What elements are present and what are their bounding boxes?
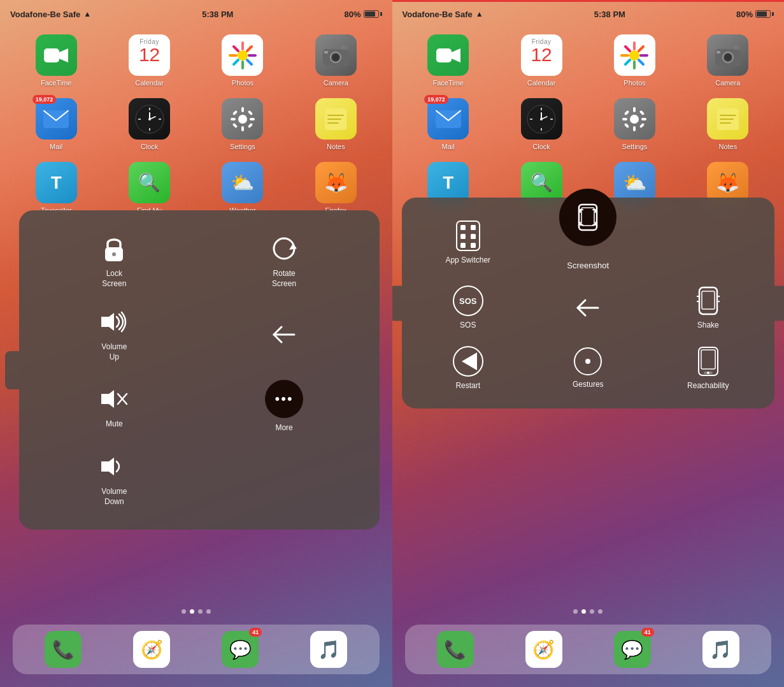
screenshot-label: Screenshot	[567, 261, 609, 270]
assistivetouch-menu-left: LockScreen RotateScreen	[19, 210, 380, 530]
at-sos[interactable]: SOS SOS	[408, 278, 529, 338]
svg-line-57	[639, 60, 643, 64]
at-back[interactable]	[199, 298, 369, 371]
svg-rect-93	[460, 243, 466, 248]
mail-badge: 19,072	[32, 95, 57, 104]
svg-rect-94	[471, 243, 476, 248]
r-app-notes: Notes	[685, 98, 771, 150]
at-screenshot[interactable]: Screenshot	[528, 208, 648, 278]
app-weather[interactable]: ⛅ Weather	[199, 162, 286, 214]
right-carrier: Vodafone-Be Safe ▲	[403, 10, 483, 19]
app-settings[interactable]: Settings	[199, 98, 286, 150]
shake-label: Shake	[697, 321, 719, 331]
calendar-label: Calendar	[135, 79, 164, 87]
r-app-camera: Camera	[685, 34, 771, 87]
app-firefox[interactable]: 🦊 Firefox	[292, 162, 379, 214]
svg-rect-49	[436, 48, 452, 62]
left-carrier: Vodafone-Be Safe ▲	[10, 10, 91, 19]
svg-marker-45	[101, 390, 114, 408]
dock-music[interactable]: 🎵	[310, 631, 347, 668]
at-shake[interactable]: Shake	[648, 278, 769, 338]
at-app-switcher[interactable]: App Switcher	[408, 208, 529, 278]
at-restart[interactable]: Restart	[408, 338, 529, 399]
at-back-right[interactable]	[528, 278, 648, 338]
right-battery: 80%	[736, 10, 774, 19]
clock-icon	[129, 98, 170, 140]
more-button[interactable]: •••	[265, 380, 303, 418]
svg-marker-50	[452, 48, 460, 62]
firefox-icon: 🦊	[315, 162, 357, 203]
r-photos-label: Photos	[624, 79, 645, 87]
at-mute[interactable]: Mute	[29, 371, 199, 442]
svg-rect-86	[720, 119, 734, 120]
settings-icon	[222, 98, 263, 140]
at-rotate-screen[interactable]: RotateScreen	[199, 224, 369, 298]
svg-line-10	[234, 60, 238, 64]
app-truecaller[interactable]: T Truecaller	[13, 162, 99, 214]
right-wifi-icon: ▲	[476, 10, 483, 18]
app-facetime[interactable]: FaceTime	[13, 34, 99, 87]
at-reachability[interactable]: Reachability	[648, 338, 769, 399]
r-app-facetime: FaceTime	[405, 34, 492, 87]
app-camera[interactable]: Camera	[292, 34, 379, 87]
screenshot-button[interactable]	[559, 189, 617, 246]
messages-icon: 💬 41	[222, 631, 259, 668]
at-gestures[interactable]: Gestures	[528, 338, 648, 399]
dock-messages[interactable]: 💬 41	[222, 631, 259, 668]
r-phone-icon: 📞	[437, 631, 474, 668]
dock-phone[interactable]: 📞	[45, 631, 82, 668]
r-calendar-label: Calendar	[527, 79, 556, 87]
battery-icon	[364, 10, 382, 18]
svg-point-26	[148, 118, 151, 120]
svg-rect-105	[701, 350, 715, 369]
svg-rect-28	[241, 107, 244, 112]
r-messages-icon: 💬 41	[614, 631, 651, 668]
svg-point-107	[707, 372, 709, 374]
camera-icon	[315, 34, 357, 76]
at-more[interactable]: ••• More	[199, 371, 369, 442]
app-notes[interactable]: Notes	[292, 98, 379, 150]
at-volume-down[interactable]: VolumeDown	[29, 442, 199, 516]
music-icon: 🎵	[310, 631, 347, 668]
right-phone-panel: Vodafone-Be Safe ▲ 5:38 PM 80% FaceTime …	[392, 0, 785, 687]
r-mail-icon: 19,072	[427, 98, 469, 140]
dot-3	[198, 609, 203, 614]
volume-down-icon	[99, 451, 129, 482]
dot-1	[182, 609, 186, 614]
mute-label: Mute	[106, 419, 123, 430]
app-photos[interactable]: Photos	[199, 34, 286, 87]
svg-rect-81	[639, 110, 645, 115]
svg-rect-64	[733, 45, 739, 50]
svg-point-41	[112, 252, 116, 256]
r-music-icon: 🎵	[702, 631, 739, 668]
svg-rect-31	[250, 118, 255, 120]
app-calendar[interactable]: Friday 12 Calendar	[106, 34, 192, 87]
r-app-photos: Photos	[591, 34, 678, 87]
r-app-calendar: Friday 12 Calendar	[498, 34, 585, 87]
svg-rect-92	[471, 234, 476, 239]
restart-label: Restart	[455, 381, 480, 391]
svg-rect-0	[44, 48, 59, 62]
at-volume-up[interactable]: VolumeUp	[29, 298, 199, 371]
svg-marker-42	[289, 243, 297, 250]
svg-point-63	[725, 54, 731, 61]
r-app-settings: Settings	[591, 98, 678, 150]
dock-safari[interactable]: 🧭	[133, 631, 170, 668]
restart-icon	[453, 346, 483, 377]
app-clock[interactable]: Clock	[106, 98, 192, 150]
svg-line-58	[639, 47, 643, 51]
at-lock-screen[interactable]: LockScreen	[29, 224, 199, 298]
r-dock-messages: 💬 41	[614, 631, 651, 668]
svg-rect-90	[471, 225, 476, 230]
svg-line-59	[625, 60, 630, 64]
svg-rect-80	[624, 110, 629, 115]
wifi-icon: ▲	[83, 10, 91, 18]
svg-marker-43	[101, 313, 114, 331]
r-safari-icon: 🧭	[525, 631, 562, 668]
svg-rect-34	[232, 122, 238, 127]
volume-up-label: VolumeUp	[101, 342, 127, 362]
volume-down-label: VolumeDown	[101, 487, 127, 507]
app-mail[interactable]: 19,072 Mail	[13, 98, 99, 150]
dot-4	[206, 609, 211, 614]
app-findmy[interactable]: 🔍 Find My	[106, 162, 192, 214]
